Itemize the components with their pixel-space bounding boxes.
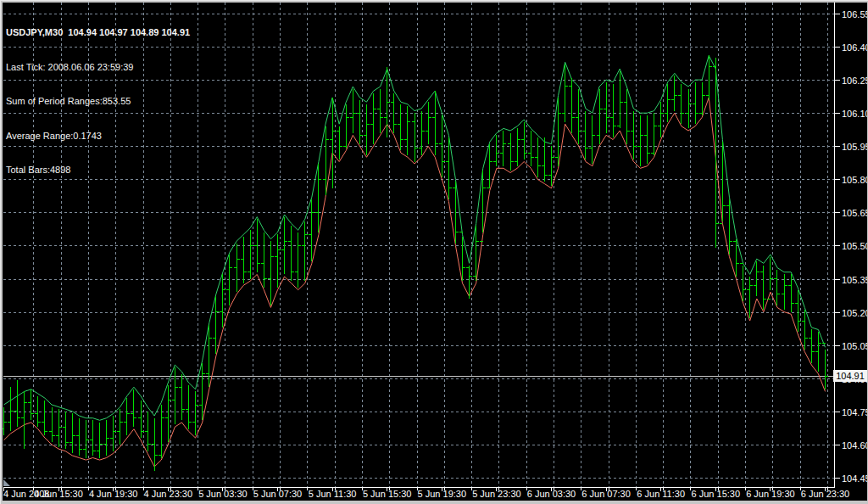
chart-canvas-area: 106.55106.40106.25106.10105.95105.80105.…: [3, 3, 867, 501]
svg-text:6 Jun 03:30: 6 Jun 03:30: [527, 489, 576, 499]
svg-text:6 Jun 07:30: 6 Jun 07:30: [581, 489, 631, 499]
svg-text:6 Jun 19:30: 6 Jun 19:30: [746, 489, 795, 499]
svg-text:6 Jun 15:30: 6 Jun 15:30: [692, 489, 741, 499]
sum-ranges-line: Sum of Period Ranges:853.55: [6, 96, 190, 108]
svg-text:105.95: 105.95: [842, 142, 867, 152]
symbol-ohlc-line: USDJPY,M30 104.94 104.97 104.89 104.91: [6, 27, 190, 39]
svg-text:105.65: 105.65: [842, 208, 867, 218]
chart-shift-marker: [3, 479, 10, 486]
svg-text:104.45: 104.45: [842, 473, 867, 484]
svg-text:5 Jun 19:30: 5 Jun 19:30: [418, 489, 467, 499]
svg-text:5 Jun 23:30: 5 Jun 23:30: [472, 489, 521, 499]
avg-range-line: Average Range:0.1743: [6, 131, 190, 143]
svg-text:5 Jun 15:30: 5 Jun 15:30: [363, 489, 412, 499]
chart-window: 106.55106.40106.25106.10105.95105.80105.…: [0, 0, 868, 504]
last-price-tag: 104.91: [833, 370, 867, 382]
svg-text:105.50: 105.50: [842, 241, 867, 251]
svg-text:5 Jun 07:30: 5 Jun 07:30: [253, 489, 303, 499]
svg-text:105.05: 105.05: [842, 341, 867, 351]
total-bars-line: Total Bars:4898: [6, 165, 190, 176]
svg-text:106.25: 106.25: [842, 76, 867, 86]
svg-text:6 Jun 23:30: 6 Jun 23:30: [801, 489, 850, 499]
svg-text:104.75: 104.75: [842, 407, 867, 417]
svg-text:6 Jun 11:30: 6 Jun 11:30: [637, 489, 685, 499]
svg-text:105.20: 105.20: [842, 308, 867, 318]
svg-text:104.60: 104.60: [842, 440, 867, 451]
svg-text:4 Jun 23:30: 4 Jun 23:30: [144, 489, 193, 499]
chart-info-overlay: USDJPY,M30 104.94 104.97 104.89 104.91 L…: [6, 4, 190, 199]
svg-text:105.80: 105.80: [842, 175, 867, 185]
svg-text:105.35: 105.35: [842, 275, 867, 285]
svg-text:4 Jun 15:30: 4 Jun 15:30: [34, 489, 83, 499]
svg-text:106.10: 106.10: [842, 109, 867, 119]
svg-text:5 Jun 03:30: 5 Jun 03:30: [198, 489, 248, 499]
svg-text:106.55: 106.55: [842, 9, 867, 20]
svg-text:4 Jun 19:30: 4 Jun 19:30: [89, 489, 138, 499]
svg-text:5 Jun 11:30: 5 Jun 11:30: [309, 489, 357, 499]
svg-text:106.40: 106.40: [842, 42, 867, 53]
last-tick-line: Last Tick: 2008.06.06 23:59:39: [6, 62, 190, 74]
